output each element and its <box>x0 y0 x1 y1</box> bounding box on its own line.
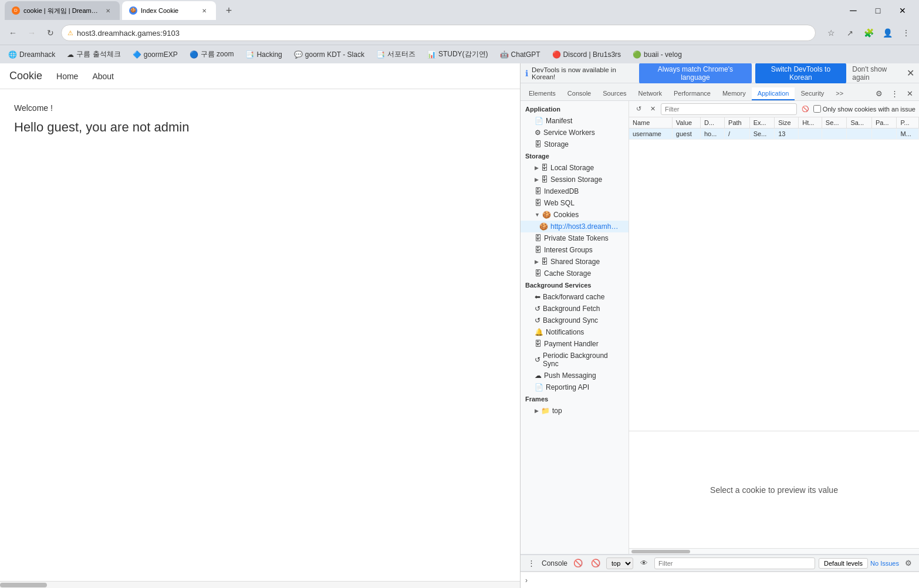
page-horizontal-scrollbar[interactable] <box>0 581 520 588</box>
tab-elements[interactable]: Elements <box>523 87 562 100</box>
sidebar-item-push[interactable]: ☁ Push Messaging <box>521 370 629 381</box>
sidebar-item-periodic-sync[interactable]: ↺ Periodic Background Sync <box>521 350 629 370</box>
sidebar-item-storage-main[interactable]: 🗄 Storage <box>521 138 629 150</box>
table-row[interactable]: username guest ho... / Se... 13 <box>629 129 919 140</box>
devtools-more-button[interactable]: ⋮ <box>887 86 901 100</box>
tab-performance[interactable]: Performance <box>668 87 717 100</box>
tab-close-2[interactable]: ✕ <box>200 6 209 15</box>
devtools-settings-button[interactable]: ⚙ <box>872 86 886 100</box>
bookmark-supporters[interactable]: 📑 서포터즈 <box>373 48 419 60</box>
console-section: ⋮ Console 🚫 🚫 top 👁 Default levels No Is… <box>521 554 919 588</box>
bookmark-icon-6: 💬 <box>294 50 303 59</box>
console-settings-button[interactable]: ⚙ <box>901 556 915 570</box>
bookmark-slack[interactable]: 💬 goorm KDT - Slack <box>290 49 368 60</box>
sidebar-section-frames: Frames <box>521 393 629 405</box>
clear-filter-button[interactable]: ✕ <box>647 103 658 115</box>
tab-console[interactable]: Console <box>562 87 597 100</box>
tab-application[interactable]: Application <box>752 87 795 100</box>
bookmark-discord[interactable]: 🔴 Discord | Bru1s3rs <box>549 49 624 60</box>
horizontal-scrollbar[interactable] <box>629 548 919 554</box>
sidebar-item-payment[interactable]: 🗄 Payment Handler <box>521 338 629 350</box>
new-tab-button[interactable]: + <box>221 2 237 19</box>
sidebar-item-session-storage[interactable]: ▶ 🗄 Session Storage <box>521 174 629 185</box>
page-nav-about[interactable]: About <box>92 69 114 83</box>
tab-memory[interactable]: Memory <box>717 87 752 100</box>
console-filter-input[interactable] <box>654 557 815 569</box>
refresh-cookies-button[interactable]: ↺ <box>633 103 644 115</box>
sidebar-item-service-workers[interactable]: ⚙ Service Workers <box>521 127 629 138</box>
sidebar-item-local-storage[interactable]: ▶ 🗄 Local Storage <box>521 162 629 174</box>
address-bar[interactable]: ⚠ host3.dreamhack.games:9103 <box>61 25 816 41</box>
tab-dreamhack[interactable]: D cookie | 워게임 | Dreamhack ✕ <box>5 1 120 20</box>
console-more-button[interactable]: ⋮ <box>524 556 538 570</box>
only-issues-checkbox-label[interactable]: Only show cookies with an issue <box>813 105 915 113</box>
sidebar-item-websql[interactable]: 🗄 Web SQL <box>521 197 629 209</box>
notification-close-button[interactable]: ✕ <box>907 67 914 79</box>
console-header: ⋮ Console 🚫 🚫 top 👁 Default levels No Is… <box>521 555 919 572</box>
dont-show-button[interactable]: Don't show again <box>852 65 903 82</box>
bookmark-dreamhack[interactable]: 🌐 Dreamhack <box>5 49 59 60</box>
scrollbar-thumb[interactable] <box>0 583 47 587</box>
share-button[interactable]: ↗ <box>842 25 858 41</box>
close-window-button[interactable]: ✕ <box>891 2 914 19</box>
bookmark-attendance[interactable]: ☁ 구름 출석체크 <box>63 48 124 60</box>
notifications-icon: 🔔 <box>535 328 543 336</box>
sidebar-item-back-forward[interactable]: ⬅ Back/forward cache <box>521 291 629 303</box>
sidebar-item-cookie-url[interactable]: 🍪 http://host3.dreamhack.ga... <box>521 221 629 232</box>
sidebar-item-shared-storage[interactable]: ▶ 🗄 Shared Storage <box>521 256 629 268</box>
console-ban-button[interactable]: 🚫 <box>571 556 585 570</box>
bookmark-velog[interactable]: 🟢 buaii - velog <box>629 49 685 60</box>
tab-network[interactable]: Network <box>633 87 668 100</box>
tab-close-1[interactable]: ✕ <box>103 6 113 15</box>
sidebar-item-top[interactable]: ▶ 📁 top <box>521 405 629 417</box>
bookmark-goormexp[interactable]: 🔷 goormEXP <box>129 49 181 60</box>
scrollbar-thumb-h[interactable] <box>631 550 690 553</box>
bookmark-icon-5: 📑 <box>245 50 254 59</box>
clear-cookies-button[interactable]: 🚫 <box>799 103 811 115</box>
tab-security[interactable]: Security <box>795 87 830 100</box>
bookmark-star-button[interactable]: ☆ <box>823 25 839 41</box>
console-repl-input[interactable] <box>532 576 914 584</box>
switch-korean-button[interactable]: Switch DevTools to Korean <box>755 63 847 84</box>
sidebar-item-cache-storage[interactable]: 🗄 Cache Storage <box>521 268 629 279</box>
maximize-button[interactable]: □ <box>866 2 890 19</box>
profile-button[interactable]: 👤 <box>879 25 896 41</box>
sidebar-item-cookies[interactable]: ▼ 🍪 Cookies <box>521 209 629 221</box>
refresh-button[interactable]: ↻ <box>42 25 59 41</box>
websql-label: Web SQL <box>544 199 575 207</box>
sidebar-item-interest-groups[interactable]: 🗄 Interest Groups <box>521 244 629 256</box>
console-context-select[interactable]: top <box>606 557 633 569</box>
filter-input[interactable] <box>661 103 797 115</box>
sidebar-item-manifest[interactable]: 📄 Manifest <box>521 115 629 127</box>
bookmark-chatgpt[interactable]: 🤖 ChatGPT <box>496 49 544 60</box>
back-button[interactable]: ← <box>5 25 21 41</box>
always-match-button[interactable]: Always match Chrome's language <box>639 63 751 84</box>
bookmark-hacking[interactable]: 📑 Hacking <box>242 49 285 60</box>
sidebar-item-bg-fetch[interactable]: ↺ Background Fetch <box>521 303 629 315</box>
no-issues-button[interactable]: No Issues <box>870 560 899 567</box>
page-nav-home[interactable]: Home <box>56 69 78 83</box>
only-issues-checkbox[interactable] <box>813 105 821 113</box>
menu-button[interactable]: ⋮ <box>898 25 914 41</box>
sidebar-item-private-state[interactable]: 🗄 Private State Tokens <box>521 232 629 244</box>
tab-sources[interactable]: Sources <box>597 87 632 100</box>
manifest-icon: 📄 <box>535 117 543 125</box>
devtools-close-button[interactable]: ✕ <box>903 86 917 100</box>
console-clear-button[interactable]: 🚫 <box>589 556 603 570</box>
tab-more[interactable]: >> <box>830 87 849 100</box>
console-eye-button[interactable]: 👁 <box>637 556 651 570</box>
bookmark-zoom[interactable]: 🔵 구름 zoom <box>186 48 238 60</box>
default-levels-button[interactable]: Default levels <box>819 558 868 569</box>
extension-button[interactable]: 🧩 <box>860 25 877 41</box>
forward-button[interactable]: → <box>23 25 40 41</box>
sidebar-item-notifications[interactable]: 🔔 Notifications <box>521 326 629 338</box>
sidebar-item-bg-sync[interactable]: ↺ Background Sync <box>521 315 629 326</box>
cookie-table-container[interactable]: Name Value D... Path Ex... Size Ht... Se… <box>629 117 919 431</box>
minimize-button[interactable]: ─ <box>842 2 865 19</box>
bookmark-icon-8: 📊 <box>427 50 436 59</box>
sidebar-item-reporting[interactable]: 📄 Reporting API <box>521 381 629 393</box>
sidebar-item-indexeddb[interactable]: 🗄 IndexedDB <box>521 185 629 197</box>
tab-index-cookie[interactable]: 🍪 Index Cookie ✕ <box>122 1 216 20</box>
cell-size: 13 <box>775 129 799 140</box>
bookmark-study[interactable]: 📊 STUDY(감기연) <box>424 48 492 60</box>
